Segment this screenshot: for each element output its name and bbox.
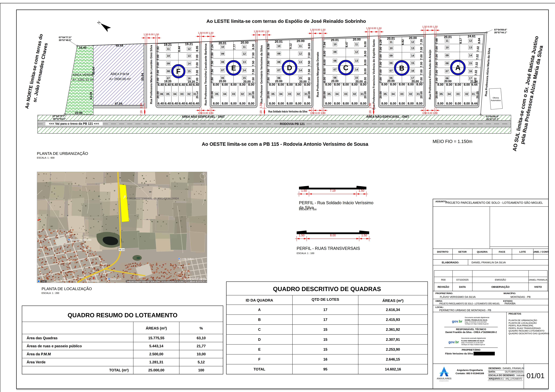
svg-text:ESCALA: 1 : 100: ESCALA: 1 : 100 — [297, 252, 314, 254]
svg-text:8.00: 8.00 — [315, 28, 320, 31]
svg-text:8.00: 8.00 — [437, 83, 444, 86]
svg-text:08: 08 — [277, 61, 280, 64]
svg-text:QUADRO RESUMO DO LOTEAMENTO: QUADRO RESUMO DO LOTEAMENTO — [68, 312, 178, 319]
svg-text:8.30: 8.30 — [252, 44, 255, 50]
svg-text:02: 02 — [465, 93, 468, 96]
svg-text:E: E — [231, 64, 236, 72]
svg-text:8.00: 8.00 — [323, 51, 326, 57]
svg-text:06: 06 — [277, 76, 280, 80]
svg-text:7.02: 7.02 — [476, 46, 480, 52]
svg-text:PB-115: PB-115 — [119, 249, 124, 251]
svg-text:8.00: 8.00 — [278, 83, 284, 86]
svg-text:FLAVIO VERISSIMO DA SILVA: FLAVIO VERISSIMO DA SILVA — [461, 340, 484, 342]
svg-text:MONTADAS - PB: MONTADAS - PB — [511, 296, 531, 298]
svg-text:01: 01 — [472, 93, 475, 96]
svg-text:16: 16 — [469, 70, 472, 73]
svg-text:05: 05 — [215, 93, 218, 96]
svg-text:06: 06 — [445, 77, 449, 80]
svg-text:F: F — [258, 357, 261, 361]
svg-text:35°57'27.7": 35°57'27.7" — [486, 118, 499, 121]
svg-text:8.00: 8.00 — [343, 83, 349, 86]
svg-text:01: 01 — [249, 93, 252, 96]
svg-text:04: 04 — [392, 93, 395, 96]
svg-text:8.00: 8.00 — [334, 83, 340, 86]
svg-text:8.00: 8.00 — [408, 83, 414, 86]
svg-text:Montadas: Montadas — [86, 279, 99, 282]
svg-text:15: 15 — [323, 347, 327, 351]
svg-text:1.50: 1.50 — [321, 112, 326, 114]
svg-text:13: 13 — [469, 46, 472, 49]
svg-text:UNID. / CONT: UNID. / CONT — [533, 250, 549, 253]
svg-text:20.00: 20.00 — [355, 80, 363, 83]
svg-text:7.00: 7.00 — [379, 77, 382, 83]
svg-text:C: C — [343, 64, 349, 72]
svg-text:8.00: 8.00 — [408, 102, 414, 105]
svg-text:7.00: 7.00 — [420, 69, 423, 75]
svg-text:Ao LESTE limita-se com terras: Ao LESTE limita-se com terras do Espólio… — [206, 19, 366, 24]
svg-text:PLANTA DE LOCALIZAÇÃO: PLANTA DE LOCALIZAÇÃO — [509, 322, 537, 324]
svg-text:7.50: 7.50 — [211, 77, 214, 83]
svg-text:8.00: 8.00 — [323, 77, 326, 83]
svg-text:8.17: 8.17 — [459, 38, 462, 44]
svg-text:1.50: 1.50 — [361, 234, 367, 237]
svg-text:A= 1281.31 m²: A= 1281.31 m² — [73, 78, 94, 81]
svg-text:1.50: 1.50 — [301, 189, 307, 192]
svg-text:Ao OESTE limita-se com a PB 11: Ao OESTE limita-se com a PB 115 - Rodovi… — [202, 141, 368, 147]
svg-text:A: A — [455, 64, 460, 72]
svg-text:Documento assinado digitalment: Documento assinado digitalmente — [461, 337, 486, 339]
svg-text:2.361,92: 2.361,92 — [386, 327, 400, 332]
svg-text:15: 15 — [469, 62, 472, 65]
svg-text:PERFIL - Rua Soldado Inácio Ve: PERFIL - Rua Soldado Inácio Veríssimo — [299, 200, 373, 205]
svg-text:05: 05 — [328, 93, 331, 96]
svg-text:01: 01 — [361, 93, 364, 96]
svg-text:07: 07 — [167, 77, 170, 80]
svg-text:QUADRO DESCRITIVO DAS QUADRAS: QUADRO DESCRITIVO DAS QUADRAS — [509, 332, 549, 335]
svg-text:VISTO: VISTO — [534, 285, 542, 288]
svg-text:Data das imagens: 4/25/2021: Data das imagens: 4/25/2021 25 M 172587.… — [127, 280, 216, 283]
svg-text:DESENHO:: DESENHO: — [489, 367, 501, 370]
svg-text:Contato: 083 9 81940169: Contato: 083 9 81940169 — [456, 372, 484, 375]
svg-text:8.00: 8.00 — [399, 102, 405, 105]
svg-text:10: 10 — [167, 54, 170, 57]
svg-text:7.00: 7.00 — [196, 70, 199, 76]
svg-text:02: 02 — [409, 93, 412, 96]
svg-text:2.415,93: 2.415,93 — [386, 318, 400, 322]
svg-text:05: 05 — [166, 93, 169, 96]
svg-text:9.65: 9.65 — [307, 43, 311, 49]
svg-text:55.04: 55.04 — [92, 67, 95, 75]
svg-text:ELABORADO:: ELABORADO: — [442, 261, 459, 264]
svg-text:REVISÃO: REVISÃO — [438, 285, 449, 288]
svg-text:8.59: 8.59 — [267, 44, 270, 49]
svg-text:8.00: 8.00 — [269, 83, 275, 86]
svg-text:03: 03 — [232, 93, 235, 96]
svg-text:8.47: 8.47 — [345, 42, 348, 47]
svg-text:14: 14 — [299, 69, 302, 72]
svg-text:6.40: 6.40 — [186, 102, 192, 105]
svg-text:7.00: 7.00 — [435, 62, 438, 68]
svg-text:1.50: 1.50 — [368, 103, 372, 109]
svg-text:20.00: 20.00 — [353, 38, 361, 41]
svg-text:R00: R00 — [441, 278, 446, 281]
svg-text:12: 12 — [243, 52, 246, 55]
svg-text:8.00: 8.00 — [295, 102, 301, 105]
svg-text:8.00: 8.00 — [231, 83, 237, 86]
svg-text:1.50: 1.50 — [433, 25, 438, 28]
svg-text:8.00: 8.00 — [364, 51, 367, 57]
svg-text:01: 01 — [417, 93, 420, 96]
svg-text:OBSERVAÇÃO: OBSERVAÇÃO — [491, 285, 510, 288]
svg-text:1.50: 1.50 — [310, 112, 315, 114]
svg-text:1.50: 1.50 — [433, 112, 438, 114]
svg-text:1.50: 1.50 — [259, 103, 263, 109]
svg-text:8.00: 8.00 — [437, 102, 444, 105]
svg-text:gov.br: gov.br — [448, 340, 459, 344]
svg-text:8.00: 8.00 — [416, 83, 423, 86]
svg-text:7.50: 7.50 — [267, 77, 270, 83]
svg-text:08: 08 — [445, 62, 449, 65]
svg-text:PROPRIETÁRIO:: PROPRIETÁRIO: — [435, 292, 453, 295]
svg-text:35°57'53.0": 35°57'53.0" — [53, 117, 66, 120]
svg-text:8.00: 8.00 — [248, 83, 254, 86]
svg-text:15: 15 — [323, 338, 327, 341]
svg-text:7.00: 7.00 — [379, 62, 382, 67]
svg-text:07: 07 — [333, 68, 336, 71]
svg-text:12: 12 — [188, 47, 190, 51]
